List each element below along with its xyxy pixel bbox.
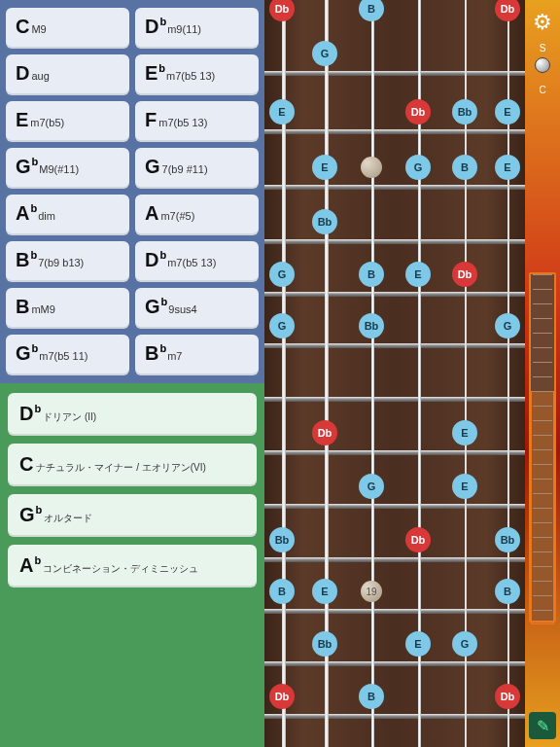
note-dot[interactable]: G [452, 631, 477, 657]
note-dot[interactable]: E [452, 474, 477, 499]
note-dot[interactable]: Bb [452, 99, 477, 124]
chord-button[interactable]: Fm7(b5 13) [135, 101, 259, 142]
note-dot[interactable]: Db [312, 420, 337, 445]
string[interactable] [371, 0, 374, 747]
chord-suffix: m7(b5 13) [166, 70, 215, 82]
mini-fret-line [533, 610, 552, 611]
chord-button[interactable]: Daug [6, 54, 129, 95]
note-dot[interactable]: Bb [359, 313, 384, 338]
mini-fret-line [533, 435, 552, 436]
chord-suffix: 7(b9 #11) [162, 163, 208, 175]
chord-button[interactable]: Em7(b5) [6, 101, 129, 142]
note-dot[interactable]: Db [405, 527, 431, 552]
chord-button[interactable]: Gbm7(b5 11) [6, 335, 129, 375]
note-dot[interactable]: B [359, 262, 384, 287]
note-dot[interactable]: G [269, 262, 295, 287]
chord-button[interactable]: Ebm7(b5 13) [135, 54, 259, 95]
note-dot[interactable]: B [269, 579, 295, 604]
chord-suffix: mM9 [31, 303, 54, 315]
note-dot[interactable]: Bb [269, 527, 295, 552]
note-dot[interactable]: E [495, 99, 520, 124]
fret-wire [264, 185, 525, 190]
chord-root: A [16, 202, 29, 225]
note-dot[interactable]: E [269, 99, 295, 124]
chord-root: D [145, 16, 158, 38]
note-dot[interactable]: E [452, 420, 477, 445]
note-dot[interactable]: G [269, 313, 295, 338]
settings-icon[interactable]: ⚙ [533, 10, 552, 35]
chord-button[interactable]: Bbm7 [135, 335, 259, 375]
switch-knob[interactable] [535, 57, 550, 73]
note-dot[interactable]: Db [495, 684, 520, 709]
chord-button[interactable]: Dbm9(11) [135, 8, 259, 49]
fret-wire [264, 397, 525, 402]
note-dot[interactable]: Db [495, 0, 520, 21]
chord-flat: b [32, 342, 39, 354]
chord-button[interactable]: Am7(#5) [135, 195, 259, 235]
mini-fret-line [533, 581, 552, 582]
note-dot[interactable]: E [405, 631, 431, 657]
note-dot[interactable]: Db [452, 262, 477, 287]
chord-root: G [145, 156, 160, 178]
mini-fret-line [533, 362, 552, 363]
chord-button[interactable]: Dbm7(b5 13) [135, 241, 259, 282]
chord-button[interactable]: G7(b9 #11) [135, 148, 259, 189]
chord-button[interactable]: Abdim [6, 195, 129, 235]
fret-wire [264, 609, 525, 614]
scale-list: Dbドリアン (II)Cナチュラル・マイナー / エオリアン(VI)Gbオルター… [0, 383, 264, 747]
note-dot[interactable]: B [452, 155, 477, 180]
chord-suffix: dim [38, 210, 55, 222]
chord-suffix: M9(#11) [39, 163, 79, 175]
chord-flat: b [32, 156, 39, 167]
chord-suffix: m7(b5) [30, 117, 64, 128]
fret-wire [264, 504, 525, 509]
fretboard[interactable]: 91215171921DbBDbGEDbBbEEGBEBbGBEDbGBbGDb… [264, 0, 525, 747]
chord-root: G [16, 342, 31, 365]
note-dot[interactable]: Db [269, 0, 295, 21]
note-dot[interactable]: G [495, 313, 520, 338]
fret-wire [264, 450, 525, 455]
chord-root: D [145, 249, 158, 271]
chord-root: A [145, 202, 158, 225]
scale-flat: b [34, 554, 41, 566]
note-dot[interactable]: G [405, 155, 431, 180]
note-dot[interactable]: E [405, 262, 431, 287]
mini-fret-line [533, 347, 552, 348]
note-dot[interactable]: G [359, 474, 384, 499]
scale-root: D [19, 403, 33, 425]
mini-fretboard[interactable] [529, 272, 556, 622]
chord-suffix: m7 [167, 350, 182, 362]
note-dot[interactable]: G [312, 41, 337, 66]
scale-button[interactable]: Gbオルタード [8, 494, 257, 537]
note-dot[interactable]: Bb [495, 527, 520, 552]
note-dot[interactable]: E [495, 155, 520, 180]
chord-root: F [145, 109, 157, 131]
scale-button[interactable]: Abコンビネーション・ディミニッシュ [8, 545, 257, 587]
note-dot[interactable]: Bb [312, 209, 337, 234]
chord-button[interactable]: Bb7(b9 b13) [6, 241, 129, 282]
chord-suffix: M9 [31, 23, 46, 35]
scale-button[interactable]: Cナチュラル・マイナー / エオリアン(VI) [8, 444, 257, 486]
chord-button[interactable]: Gb9sus4 [135, 288, 259, 329]
chord-button[interactable]: GbM9(#11) [6, 148, 129, 189]
chord-button[interactable]: BmM9 [6, 288, 129, 329]
mini-fret-line [533, 318, 552, 319]
note-dot[interactable]: E [312, 155, 337, 180]
note-dot[interactable]: Bb [312, 631, 337, 657]
chord-root: B [145, 342, 158, 365]
note-dot[interactable]: B [495, 579, 520, 604]
scale-flat: b [36, 504, 43, 516]
note-dot[interactable]: E [312, 579, 337, 604]
edit-button[interactable]: ✎ [529, 712, 556, 739]
chord-grid: CM9Dbm9(11)DaugEbm7(b5 13)Em7(b5)Fm7(b5 … [0, 0, 264, 383]
mini-fret-line [533, 274, 552, 275]
scale-button[interactable]: Dbドリアン (II) [8, 393, 257, 436]
note-dot[interactable]: Db [269, 684, 295, 709]
chord-root: C [16, 16, 29, 38]
note-dot[interactable]: Db [405, 99, 431, 124]
note-dot[interactable]: B [359, 684, 384, 709]
note-dot[interactable]: B [359, 0, 384, 21]
left-panel: CM9Dbm9(11)DaugEbm7(b5 13)Em7(b5)Fm7(b5 … [0, 0, 264, 747]
right-strip: ⚙ S C ✎ [525, 0, 560, 747]
chord-button[interactable]: CM9 [6, 8, 129, 49]
